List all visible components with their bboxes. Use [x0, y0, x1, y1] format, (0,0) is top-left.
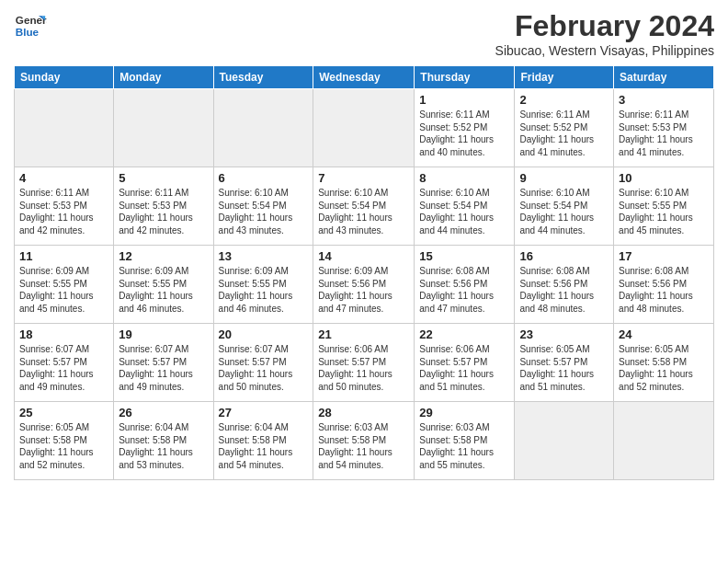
calendar-cell: 20Sunrise: 6:07 AMSunset: 5:57 PMDayligh… — [213, 324, 313, 402]
calendar-table: SundayMondayTuesdayWednesdayThursdayFrid… — [14, 65, 714, 480]
cell-info: Sunrise: 6:07 AMSunset: 5:57 PMDaylight:… — [19, 343, 108, 393]
day-header-thursday: Thursday — [415, 66, 515, 89]
svg-text:Blue: Blue — [16, 26, 40, 38]
calendar-row: 1Sunrise: 6:11 AMSunset: 5:52 PMDaylight… — [15, 89, 714, 167]
day-number: 12 — [119, 249, 208, 263]
calendar-cell — [15, 89, 114, 167]
calendar-cell: 23Sunrise: 6:05 AMSunset: 5:57 PMDayligh… — [515, 324, 614, 402]
header: General Blue February 2024 Sibucao, West… — [14, 9, 714, 58]
logo-icon: General Blue — [14, 9, 47, 42]
cell-info: Sunrise: 6:09 AMSunset: 5:55 PMDaylight:… — [119, 265, 208, 315]
calendar-cell: 16Sunrise: 6:08 AMSunset: 5:56 PMDayligh… — [515, 246, 614, 324]
calendar-cell: 5Sunrise: 6:11 AMSunset: 5:53 PMDaylight… — [114, 167, 213, 246]
calendar-cell: 8Sunrise: 6:10 AMSunset: 5:54 PMDaylight… — [415, 167, 515, 246]
day-number: 17 — [619, 249, 709, 263]
calendar-cell — [614, 402, 714, 480]
cell-info: Sunrise: 6:05 AMSunset: 5:57 PMDaylight:… — [519, 343, 609, 393]
calendar-cell — [213, 89, 313, 167]
calendar-cell: 29Sunrise: 6:03 AMSunset: 5:58 PMDayligh… — [415, 402, 515, 480]
day-number: 23 — [519, 327, 609, 341]
day-header-row: SundayMondayTuesdayWednesdayThursdayFrid… — [15, 66, 714, 89]
day-number: 29 — [419, 406, 509, 419]
day-number: 25 — [19, 406, 108, 419]
cell-info: Sunrise: 6:10 AMSunset: 5:54 PMDaylight:… — [519, 187, 609, 236]
day-number: 2 — [519, 93, 609, 107]
cell-info: Sunrise: 6:10 AMSunset: 5:54 PMDaylight:… — [318, 187, 409, 236]
cell-info: Sunrise: 6:09 AMSunset: 5:56 PMDaylight:… — [318, 265, 409, 315]
day-header-tuesday: Tuesday — [213, 66, 313, 89]
calendar-cell: 1Sunrise: 6:11 AMSunset: 5:52 PMDaylight… — [415, 89, 515, 167]
calendar-cell: 28Sunrise: 6:03 AMSunset: 5:58 PMDayligh… — [313, 402, 415, 480]
cell-info: Sunrise: 6:11 AMSunset: 5:52 PMDaylight:… — [419, 109, 509, 158]
calendar-cell: 6Sunrise: 6:10 AMSunset: 5:54 PMDaylight… — [213, 167, 313, 246]
day-number: 4 — [19, 171, 108, 185]
day-number: 22 — [419, 327, 509, 341]
cell-info: Sunrise: 6:03 AMSunset: 5:58 PMDaylight:… — [318, 421, 409, 471]
calendar-cell: 7Sunrise: 6:10 AMSunset: 5:54 PMDaylight… — [313, 167, 415, 246]
day-number: 1 — [419, 93, 509, 107]
day-number: 14 — [318, 249, 409, 263]
cell-info: Sunrise: 6:08 AMSunset: 5:56 PMDaylight:… — [519, 265, 609, 315]
calendar-cell: 21Sunrise: 6:06 AMSunset: 5:57 PMDayligh… — [313, 324, 415, 402]
calendar-cell: 9Sunrise: 6:10 AMSunset: 5:54 PMDaylight… — [515, 167, 614, 246]
day-header-wednesday: Wednesday — [313, 66, 415, 89]
day-header-sunday: Sunday — [15, 66, 114, 89]
day-number: 27 — [219, 406, 309, 419]
calendar-cell: 15Sunrise: 6:08 AMSunset: 5:56 PMDayligh… — [415, 246, 515, 324]
calendar-cell: 4Sunrise: 6:11 AMSunset: 5:53 PMDaylight… — [15, 167, 114, 246]
cell-info: Sunrise: 6:05 AMSunset: 5:58 PMDaylight:… — [19, 421, 108, 471]
calendar-cell: 14Sunrise: 6:09 AMSunset: 5:56 PMDayligh… — [313, 246, 415, 324]
calendar-cell — [313, 89, 415, 167]
calendar-cell — [515, 402, 614, 480]
calendar-cell: 22Sunrise: 6:06 AMSunset: 5:57 PMDayligh… — [415, 324, 515, 402]
day-number: 15 — [419, 249, 509, 263]
day-header-saturday: Saturday — [614, 66, 714, 89]
day-number: 11 — [19, 249, 108, 263]
calendar-cell: 17Sunrise: 6:08 AMSunset: 5:56 PMDayligh… — [614, 246, 714, 324]
calendar-cell: 26Sunrise: 6:04 AMSunset: 5:58 PMDayligh… — [114, 402, 213, 480]
location: Sibucao, Western Visayas, Philippines — [495, 43, 714, 58]
cell-info: Sunrise: 6:11 AMSunset: 5:53 PMDaylight:… — [19, 187, 108, 236]
calendar-cell — [114, 89, 213, 167]
cell-info: Sunrise: 6:08 AMSunset: 5:56 PMDaylight:… — [619, 265, 709, 315]
day-header-friday: Friday — [515, 66, 614, 89]
calendar-cell: 18Sunrise: 6:07 AMSunset: 5:57 PMDayligh… — [15, 324, 114, 402]
calendar-row: 11Sunrise: 6:09 AMSunset: 5:55 PMDayligh… — [15, 246, 714, 324]
day-number: 24 — [619, 327, 709, 341]
cell-info: Sunrise: 6:11 AMSunset: 5:53 PMDaylight:… — [119, 187, 208, 236]
day-number: 16 — [519, 249, 609, 263]
calendar-row: 4Sunrise: 6:11 AMSunset: 5:53 PMDaylight… — [15, 167, 714, 246]
calendar-cell: 10Sunrise: 6:10 AMSunset: 5:55 PMDayligh… — [614, 167, 714, 246]
day-header-monday: Monday — [114, 66, 213, 89]
day-number: 18 — [19, 327, 108, 341]
day-number: 19 — [119, 327, 208, 341]
day-number: 7 — [318, 171, 409, 185]
cell-info: Sunrise: 6:09 AMSunset: 5:55 PMDaylight:… — [219, 265, 309, 315]
svg-text:General: General — [16, 14, 47, 26]
day-number: 9 — [519, 171, 609, 185]
cell-info: Sunrise: 6:07 AMSunset: 5:57 PMDaylight:… — [219, 343, 309, 393]
day-number: 3 — [619, 93, 709, 107]
month-year: February 2024 — [495, 9, 714, 43]
cell-info: Sunrise: 6:05 AMSunset: 5:58 PMDaylight:… — [619, 343, 709, 393]
cell-info: Sunrise: 6:10 AMSunset: 5:54 PMDaylight:… — [219, 187, 309, 236]
cell-info: Sunrise: 6:08 AMSunset: 5:56 PMDaylight:… — [419, 265, 509, 315]
day-number: 6 — [219, 171, 309, 185]
cell-info: Sunrise: 6:10 AMSunset: 5:54 PMDaylight:… — [419, 187, 509, 236]
cell-info: Sunrise: 6:06 AMSunset: 5:57 PMDaylight:… — [419, 343, 509, 393]
day-number: 10 — [619, 171, 709, 185]
cell-info: Sunrise: 6:10 AMSunset: 5:55 PMDaylight:… — [619, 187, 709, 236]
calendar-cell: 24Sunrise: 6:05 AMSunset: 5:58 PMDayligh… — [614, 324, 714, 402]
calendar-row: 25Sunrise: 6:05 AMSunset: 5:58 PMDayligh… — [15, 402, 714, 480]
calendar-cell: 2Sunrise: 6:11 AMSunset: 5:52 PMDaylight… — [515, 89, 614, 167]
day-number: 20 — [219, 327, 309, 341]
day-number: 21 — [318, 327, 409, 341]
logo: General Blue — [14, 9, 47, 42]
day-number: 26 — [119, 406, 208, 419]
day-number: 5 — [119, 171, 208, 185]
calendar-cell: 27Sunrise: 6:04 AMSunset: 5:58 PMDayligh… — [213, 402, 313, 480]
cell-info: Sunrise: 6:06 AMSunset: 5:57 PMDaylight:… — [318, 343, 409, 393]
calendar-cell: 3Sunrise: 6:11 AMSunset: 5:53 PMDaylight… — [614, 89, 714, 167]
title-area: February 2024 Sibucao, Western Visayas, … — [495, 9, 714, 58]
cell-info: Sunrise: 6:04 AMSunset: 5:58 PMDaylight:… — [219, 421, 309, 471]
